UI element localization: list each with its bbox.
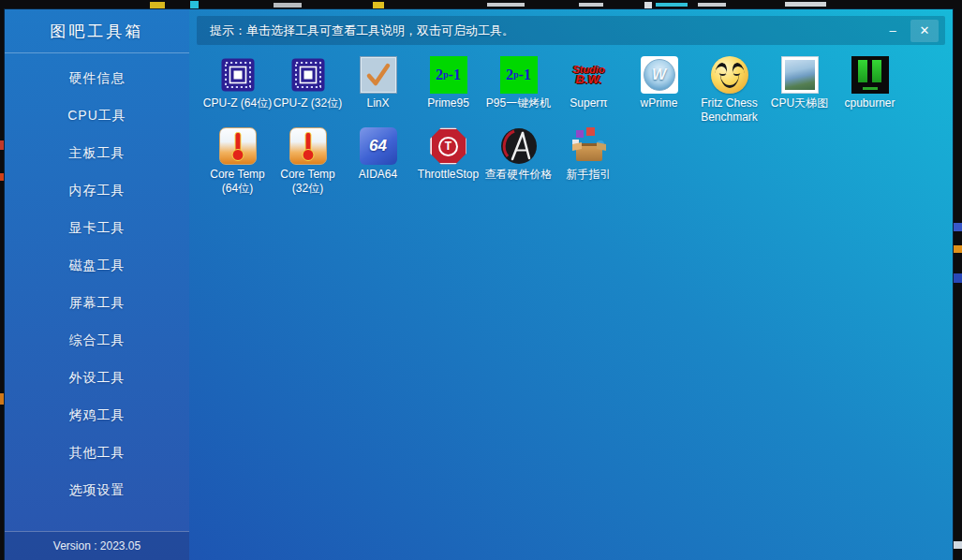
tool-label: 新手指引 bbox=[567, 168, 612, 182]
green-bars-icon bbox=[851, 56, 889, 94]
prime95-icon: 2p-1 bbox=[430, 56, 467, 94]
tip-text: 提示：单击选择工具可查看工具说明，双击可启动工具。 bbox=[197, 22, 879, 39]
desktop-fragment bbox=[373, 2, 384, 8]
cpu-chip-icon bbox=[219, 56, 257, 94]
tool-label: Core Temp (32位) bbox=[273, 168, 343, 196]
tool-row: Core Temp (64位)Core Temp (32位)64AIDA64TT… bbox=[202, 127, 924, 199]
sidebar-menu: 硬件信息CPU工具主板工具内存工具显卡工具磁盘工具屏幕工具综合工具外设工具烤鸡工… bbox=[5, 53, 189, 531]
tool-cpuz-64[interactable]: CPU-Z (64位) bbox=[202, 56, 273, 127]
tool-aida64[interactable]: 64AIDA64 bbox=[343, 127, 413, 199]
tool-label: AIDA64 bbox=[359, 168, 397, 182]
tool-coretemp-64[interactable]: Core Temp (64位) bbox=[202, 127, 273, 199]
sidebar-item-stress-tools[interactable]: 烤鸡工具 bbox=[5, 397, 189, 435]
thermometer-icon bbox=[219, 127, 257, 165]
tool-label: LinX bbox=[366, 96, 389, 111]
price-logo-icon bbox=[500, 127, 538, 165]
main-panel: 提示：单击选择工具可查看工具说明，双击可启动工具。 – ✕ CPU-Z (64位… bbox=[189, 9, 953, 560]
tool-label: P95一键烤机 bbox=[486, 96, 551, 111]
desktop-fragment bbox=[274, 3, 302, 7]
desktop-fragment bbox=[190, 1, 199, 8]
tools-grid: CPU-Z (64位) CPU-Z (32位) LinX2p-1Prime952… bbox=[202, 56, 924, 199]
studio-bw-icon: StudioB.W. bbox=[570, 56, 608, 94]
tool-hardware-price[interactable]: 查看硬件价格 bbox=[483, 127, 554, 199]
tool-superpi[interactable]: StudioB.W.Superπ bbox=[554, 56, 624, 127]
tool-row: CPU-Z (64位) CPU-Z (32位) LinX2p-1Prime952… bbox=[202, 56, 924, 127]
tool-linx[interactable]: LinX bbox=[343, 56, 413, 127]
smiley-icon bbox=[711, 56, 748, 94]
tool-label: CPU-Z (32位) bbox=[274, 96, 342, 111]
sidebar-item-motherboard-tools[interactable]: 主板工具 bbox=[5, 135, 189, 172]
tool-label: Superπ bbox=[570, 96, 607, 111]
tool-cpu-ladder[interactable]: CPU天梯图 bbox=[764, 56, 835, 127]
tool-throttlestop[interactable]: TThrottleStop bbox=[413, 127, 483, 199]
app-window: 图吧工具箱 硬件信息CPU工具主板工具内存工具显卡工具磁盘工具屏幕工具综合工具外… bbox=[5, 9, 953, 560]
prime95-icon: 2p-1 bbox=[500, 56, 538, 94]
desktop-fragment bbox=[579, 3, 603, 7]
guide-box-icon bbox=[570, 127, 608, 165]
sidebar-item-other-tools[interactable]: 其他工具 bbox=[5, 435, 189, 472]
desktop-fragment bbox=[150, 2, 165, 8]
tool-cpuburner[interactable]: cpuburner bbox=[835, 56, 905, 127]
wprime-icon: W bbox=[641, 56, 678, 94]
minimize-button[interactable]: – bbox=[879, 20, 907, 42]
tool-label: wPrime bbox=[640, 96, 677, 111]
tool-label: CPU天梯图 bbox=[771, 96, 828, 111]
tool-label: cpuburner bbox=[844, 96, 895, 111]
desktop-fragment bbox=[954, 223, 962, 231]
desktop-fragment bbox=[698, 3, 726, 7]
sidebar: 图吧工具箱 硬件信息CPU工具主板工具内存工具显卡工具磁盘工具屏幕工具综合工具外… bbox=[5, 9, 189, 560]
tool-label: CPU-Z (64位) bbox=[203, 96, 272, 111]
tool-label: 查看硬件价格 bbox=[485, 168, 553, 182]
sidebar-item-gpu-tools[interactable]: 显卡工具 bbox=[5, 210, 189, 247]
desktop-fragment bbox=[644, 2, 652, 8]
aida64-icon: 64 bbox=[360, 127, 397, 165]
sidebar-item-disk-tools[interactable]: 磁盘工具 bbox=[5, 247, 189, 285]
close-button[interactable]: ✕ bbox=[910, 20, 939, 42]
cpu-chip-icon bbox=[289, 56, 327, 94]
version-bar: Version : 2023.05 bbox=[5, 531, 189, 560]
sidebar-item-cpu-tools[interactable]: CPU工具 bbox=[5, 97, 189, 135]
version-label: Version : 2023.05 bbox=[53, 539, 141, 553]
tool-label: Prime95 bbox=[427, 96, 469, 111]
desktop-fragment bbox=[487, 3, 525, 7]
sidebar-item-comprehensive-tools[interactable]: 综合工具 bbox=[5, 322, 189, 360]
desktop-fragment bbox=[954, 245, 962, 253]
app-title: 图吧工具箱 bbox=[5, 9, 189, 52]
desktop-fragment bbox=[785, 2, 826, 7]
tool-prime95[interactable]: 2p-1Prime95 bbox=[413, 56, 483, 127]
thermometer-icon bbox=[289, 127, 327, 165]
sidebar-item-memory-tools[interactable]: 内存工具 bbox=[5, 172, 189, 210]
sidebar-item-screen-tools[interactable]: 屏幕工具 bbox=[5, 285, 189, 322]
sidebar-item-settings[interactable]: 选项设置 bbox=[5, 472, 189, 509]
desktop-fragment bbox=[954, 273, 962, 283]
tool-label: Core Temp (64位) bbox=[202, 168, 273, 196]
tool-wprime[interactable]: WwPrime bbox=[624, 56, 694, 127]
desktop-fragment bbox=[656, 3, 688, 7]
tool-coretemp-32[interactable]: Core Temp (32位) bbox=[273, 127, 343, 199]
tool-fritz-chess[interactable]: Fritz Chess Benchmark bbox=[694, 56, 764, 127]
desktop-fragment bbox=[954, 541, 962, 549]
tool-label: ThrottleStop bbox=[418, 168, 479, 182]
picture-icon bbox=[781, 56, 819, 94]
stop-sign-icon: T bbox=[430, 127, 467, 165]
tool-label: Fritz Chess Benchmark bbox=[694, 96, 764, 125]
sidebar-item-peripheral-tools[interactable]: 外设工具 bbox=[5, 360, 189, 397]
sidebar-item-hardware-info[interactable]: 硬件信息 bbox=[5, 60, 189, 97]
tip-bar: 提示：单击选择工具可查看工具说明，双击可启动工具。 – ✕ bbox=[197, 16, 945, 45]
tool-beginner-guide[interactable]: 新手指引 bbox=[554, 127, 624, 199]
tool-p95-bake[interactable]: 2p-1P95一键烤机 bbox=[483, 56, 554, 127]
tool-cpuz-32[interactable]: CPU-Z (32位) bbox=[273, 56, 343, 127]
checkmark-icon bbox=[360, 56, 397, 94]
